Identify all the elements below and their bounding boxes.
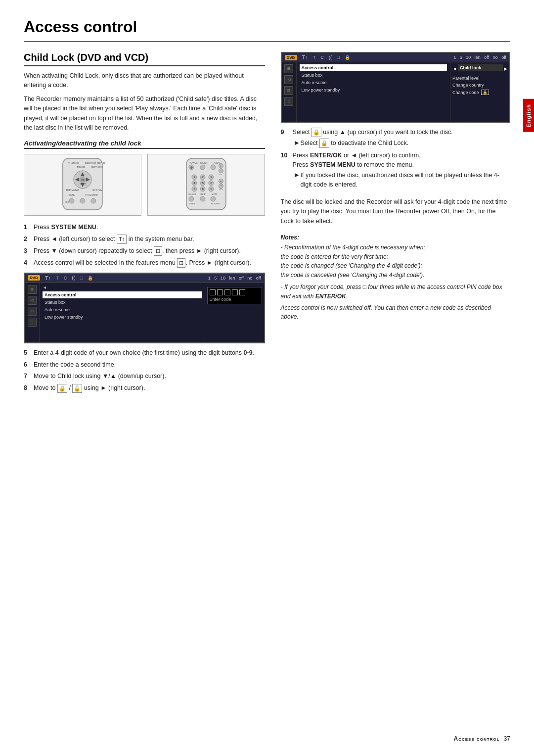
svg-text:POWER: POWER <box>189 161 198 164</box>
svg-text:RANDOM: RANDOM <box>85 162 96 165</box>
step1-bold: SYSTEM MENU <box>51 224 96 231</box>
svg-text:RECALL: RECALL <box>97 162 107 165</box>
svg-text:OK: OK <box>81 179 85 182</box>
screen-right-panel-1: Enter code <box>205 283 264 342</box>
svg-point-63 <box>200 196 205 201</box>
svg-text:TITLE/CHAP: TITLE/CHAP <box>85 194 98 196</box>
steps-9-10: 9 Select 🔒 using ▲ (up cursor) if you wa… <box>281 128 510 189</box>
sidebar-icon-4: □ <box>28 318 37 327</box>
step-1: 1 Press SYSTEM MENU. <box>24 223 265 232</box>
sidebar-icon-2-3: ⊡ <box>284 86 293 95</box>
language-tab: English <box>523 99 534 132</box>
step-3: 3 Press ▼ (down cursor) repeatedly to se… <box>24 246 265 256</box>
svg-text:RETURN: RETURN <box>91 166 103 169</box>
sidebar-icon-3: ⊡ <box>28 307 37 316</box>
svg-text:RETURN: RETURN <box>211 202 220 205</box>
dvd-logo-1: DVD <box>28 275 40 281</box>
note-2: - If you forgot your code, press □ four … <box>281 283 510 301</box>
section-title: Child Lock (DVD and VCD) <box>24 52 265 66</box>
screen-body-2: ⊞ ◁ ⊡ □ Access control Status box Auto r… <box>282 62 509 122</box>
svg-text:−: − <box>220 184 222 188</box>
svg-text:−: − <box>220 169 222 173</box>
svg-text:TIMER: TIMER <box>189 202 195 205</box>
svg-text:⏻: ⏻ <box>190 166 193 169</box>
svg-text:SELECT: SELECT <box>188 193 196 195</box>
svg-text:A/CH: A/CH <box>214 161 220 164</box>
svg-text:TOP MENU: TOP MENU <box>66 189 79 191</box>
svg-point-64 <box>211 196 216 201</box>
svg-point-61 <box>189 196 194 201</box>
menu-item-access: Access control <box>43 291 202 298</box>
svg-point-29 <box>211 165 216 170</box>
menu-item-status: Status box <box>43 299 202 306</box>
screen-mockup-1: DVD T↑ T C (( □ 🔒 1 5 10 len off no off … <box>24 273 265 343</box>
enter-code-label: Enter code <box>210 297 260 302</box>
menu-item-auto: Auto resume <box>43 306 202 313</box>
notes-title: Notes: <box>281 234 510 241</box>
code-sq-5 <box>239 289 245 295</box>
remote-svg-right: POWER MONTR A/CH ⏻ + − CH <box>151 157 262 211</box>
two-column-layout: Child Lock (DVD and VCD) When activating… <box>24 52 510 395</box>
left-column: Child Lock (DVD and VCD) When activating… <box>24 52 265 395</box>
screen-sidebar-1: ⊞ ◁ ⊡ □ <box>25 283 40 342</box>
step-8: 8 Move to 🔒 / 🔓 using ► (right cursor). <box>24 383 265 393</box>
system-menu-bold: SYSTEM MENU <box>310 161 356 168</box>
page-wrapper: English Access control Child Lock (DVD a… <box>0 0 534 756</box>
subsection-title: Activating/deactivating the child lock <box>24 140 265 149</box>
remote-right: POWER MONTR A/CH ⏻ + − CH <box>147 154 265 216</box>
change-code: Change code 🔒 <box>452 89 507 96</box>
svg-text:CLEAR: CLEAR <box>200 193 206 195</box>
remotes-row: CHANNEL RANDOM RECALL TIMER RETURN <box>24 154 265 216</box>
step-7: 7 Move to Child lock using ▼/▲ (down/up … <box>24 372 265 381</box>
svg-point-20 <box>91 198 96 203</box>
screen-content-1: ◄ Access control Status box Auto resume … <box>40 283 205 342</box>
svg-text:ENTER: ENTER <box>80 183 87 185</box>
step-10b: ▶ If you locked the disc, unauthorized d… <box>295 171 510 189</box>
screen-mockup-2: DVD T↑ T C (( □ 🔒 1 5 10 len off no off … <box>281 52 510 123</box>
svg-text:+: + <box>220 164 222 167</box>
svg-text:+: + <box>220 180 222 183</box>
code-squares <box>210 289 260 295</box>
intro-para-2: The Recorder memory maintains a list of … <box>24 94 265 133</box>
menu-item-2-auto: Auto resume <box>300 79 447 86</box>
code-sq-1 <box>210 289 216 295</box>
menu-item-2-status: Status box <box>300 72 447 79</box>
svg-text:EDIT: EDIT <box>65 201 70 203</box>
screen-content-2: Access control Status box Auto resume Lo… <box>297 62 450 122</box>
enter-code-box: Enter code <box>207 287 262 304</box>
steps-list: 1 Press SYSTEM MENU. 2 Press ◄ (left cur… <box>24 223 265 268</box>
enter-ok-bold: ENTER/OK <box>310 152 342 159</box>
step-5: 5 Enter a 4-digit code of your own choic… <box>24 348 265 358</box>
body-text: The disc will be locked and the Recorder… <box>281 197 510 226</box>
screen-body-1: ⊞ ◁ ⊡ □ ◄ Access control Status box Auto… <box>25 283 264 342</box>
step-10: 10 Press ENTER/OK or ◄ (left cursor) to … <box>281 151 510 189</box>
screen-right-panel-2: ◄ Child lock ▶ Parental level Change cou… <box>450 62 509 122</box>
step-4: 4 Access control will be selected in the… <box>24 258 265 268</box>
parental-level: Parental level <box>452 75 507 82</box>
svg-text:TIMER: TIMER <box>77 166 85 169</box>
code-sq-2 <box>217 289 223 295</box>
page-footer: Access control 37 <box>454 735 510 742</box>
sidebar-icon-2-1: ⊞ <box>284 64 293 73</box>
svg-point-19 <box>80 198 85 203</box>
triangle-icon-10: ▶ <box>295 171 299 189</box>
step-9b: ▶ Select 🔒 to deactivate the Child Lock. <box>295 139 510 148</box>
steps-5-8: 5 Enter a 4-digit code of your own choic… <box>24 348 265 393</box>
note-1: - Reconfirmation of the 4-digit code is … <box>281 243 510 280</box>
footer-page-num: 37 <box>504 735 510 742</box>
step-9: 9 Select 🔒 using ▲ (up cursor) if you wa… <box>281 128 510 148</box>
child-lock-title: Child lock <box>458 64 503 71</box>
screen-top-bar-1: DVD T↑ T C (( □ 🔒 1 5 10 len off no off <box>25 274 264 283</box>
sidebar-icon-1: ⊞ <box>28 285 37 294</box>
remote-svg-left: CHANNEL RANDOM RECALL TIMER RETURN <box>27 157 138 211</box>
svg-text:VOL: VOL <box>219 188 223 190</box>
sidebar-icon-2: ◁ <box>28 296 37 305</box>
screen-sidebar-2: ⊞ ◁ ⊡ □ <box>282 62 297 122</box>
right-column: DVD T↑ T C (( □ 🔒 1 5 10 len off no off … <box>281 52 510 395</box>
code-sq-4 <box>232 289 238 295</box>
menu-item-2-access: Access control <box>300 64 447 71</box>
svg-text:MENU: MENU <box>69 194 75 196</box>
svg-point-28 <box>200 165 205 170</box>
sidebar-icon-2-2: ◁ <box>284 75 293 84</box>
menu-item-low: Low power standby <box>43 314 202 321</box>
